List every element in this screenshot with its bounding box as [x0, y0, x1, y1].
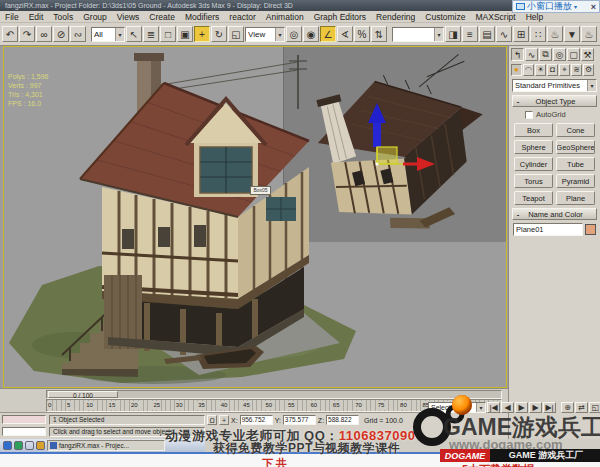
shapes-category-icon[interactable]: ◠: [523, 64, 534, 76]
schematic-view-icon[interactable]: ⊞: [513, 26, 529, 42]
named-selection-sets-dropdown[interactable]: ▾: [392, 27, 444, 42]
y-coordinate-field[interactable]: 375.577: [283, 415, 316, 425]
undo-icon[interactable]: ↶: [2, 26, 18, 42]
chevron-down-icon[interactable]: ▾: [476, 403, 485, 412]
x-coordinate-field[interactable]: 956.752: [240, 415, 273, 425]
spinner-snap-icon[interactable]: ⇅: [371, 26, 387, 42]
quick-launch-icon[interactable]: [3, 441, 12, 450]
curve-editor-icon[interactable]: ∿: [496, 26, 512, 42]
chevron-down-icon[interactable]: ▾: [574, 3, 577, 10]
go-to-end-button[interactable]: ▶|: [543, 402, 556, 413]
material-editor-icon[interactable]: ∷: [530, 26, 546, 42]
selection-lock-icon[interactable]: Ω: [207, 415, 217, 425]
primitive-type-dropdown[interactable]: Standard Primitives ▾: [512, 79, 597, 92]
select-move-icon[interactable]: +: [194, 26, 210, 42]
close-icon[interactable]: ×: [591, 2, 596, 12]
select-object-icon[interactable]: ↖: [126, 26, 142, 42]
window-crossing-icon[interactable]: ▣: [177, 26, 193, 42]
geometry-category-icon[interactable]: ●: [511, 64, 522, 76]
motion-tab-icon[interactable]: ◎: [553, 48, 566, 61]
object-type-button[interactable]: Tube: [556, 157, 595, 171]
percent-snap-icon[interactable]: %: [354, 26, 370, 42]
render-scene-icon[interactable]: ♨: [547, 26, 563, 42]
menu-item[interactable]: Animation: [261, 11, 309, 23]
select-manipulate-icon[interactable]: ◉: [303, 26, 319, 42]
maximize-viewport-toggle-icon[interactable]: ◱: [589, 402, 600, 413]
render-type-icon[interactable]: ▼: [564, 26, 580, 42]
menu-item[interactable]: File: [0, 11, 24, 23]
use-pivot-icon[interactable]: ◎: [286, 26, 302, 42]
select-rotate-icon[interactable]: ↻: [211, 26, 227, 42]
menu-item[interactable]: Modifiers: [180, 11, 224, 23]
menu-item[interactable]: Create: [144, 11, 180, 23]
mini-player-bar[interactable]: 小窗口播放 ▾ ×: [512, 0, 600, 13]
webpage-text[interactable]: 下 共: [262, 456, 287, 467]
layer-manager-icon[interactable]: ▤: [479, 26, 495, 42]
taskbar-task-button[interactable]: fangziRX.max - Projec...: [47, 440, 165, 451]
object-type-button[interactable]: Plane: [556, 191, 595, 205]
lights-category-icon[interactable]: ☀: [535, 64, 546, 76]
mirror-icon[interactable]: ◨: [445, 26, 461, 42]
spacewarps-category-icon[interactable]: ≋: [571, 64, 582, 76]
menu-item[interactable]: Customize: [420, 11, 470, 23]
quick-launch-icon[interactable]: [14, 441, 23, 450]
quick-launch-icon[interactable]: [25, 441, 34, 450]
quick-render-icon[interactable]: ♨: [581, 26, 597, 42]
object-type-button[interactable]: Pyramid: [556, 174, 595, 188]
secondary-viewport[interactable]: [283, 47, 506, 242]
chevron-down-icon[interactable]: ▾: [434, 28, 443, 41]
name-and-color-rollout[interactable]: - Name and Color: [512, 208, 597, 220]
menu-item[interactable]: Edit: [24, 11, 49, 23]
menu-item[interactable]: Rendering: [371, 11, 420, 23]
create-tab-icon[interactable]: ↰: [511, 48, 524, 61]
menu-item[interactable]: Views: [112, 11, 145, 23]
maxscript-mini-listener-white[interactable]: [2, 427, 46, 436]
systems-category-icon[interactable]: ⚙: [583, 64, 594, 76]
autogrid-checkbox[interactable]: [525, 111, 533, 119]
zoom-time-icon[interactable]: ⊕: [561, 402, 574, 413]
object-type-button[interactable]: Torus: [514, 174, 553, 188]
align-icon[interactable]: ≡: [462, 26, 478, 42]
bind-spacewarp-icon[interactable]: ∾: [70, 26, 86, 42]
unlink-icon[interactable]: ⊘: [53, 26, 69, 42]
menu-item[interactable]: Graph Editors: [309, 11, 371, 23]
object-type-button[interactable]: Cylinder: [514, 157, 553, 171]
helpers-category-icon[interactable]: ⌖: [559, 64, 570, 76]
pan-time-icon[interactable]: ⇄: [575, 402, 588, 413]
selection-filter-dropdown[interactable]: All ▾: [91, 27, 125, 42]
select-scale-icon[interactable]: ◱: [228, 26, 244, 42]
redo-icon[interactable]: ↷: [19, 26, 35, 42]
angle-snap-icon[interactable]: ∢: [337, 26, 353, 42]
previous-frame-button[interactable]: ◀: [501, 402, 514, 413]
reference-coordinate-dropdown[interactable]: View ▾: [245, 27, 285, 42]
object-type-button[interactable]: Sphere: [514, 140, 553, 154]
chevron-down-icon[interactable]: ▾: [115, 28, 124, 41]
object-type-button[interactable]: Teapot: [514, 191, 553, 205]
maxscript-mini-listener-pink[interactable]: [2, 415, 46, 424]
webpage-text[interactable]: 5大下载类数据: [462, 462, 534, 467]
object-type-button[interactable]: Box: [514, 123, 553, 137]
display-tab-icon[interactable]: ▢: [567, 48, 580, 61]
chevron-down-icon[interactable]: ▾: [587, 80, 596, 91]
object-name-field[interactable]: Plane01: [513, 223, 583, 236]
select-by-name-icon[interactable]: ≣: [143, 26, 159, 42]
quick-launch-icon[interactable]: [36, 441, 45, 450]
chevron-down-icon[interactable]: ▾: [275, 28, 284, 41]
select-link-icon[interactable]: ∞: [36, 26, 52, 42]
play-button[interactable]: ▶: [515, 402, 528, 413]
cameras-category-icon[interactable]: ◘: [547, 64, 558, 76]
utilities-tab-icon[interactable]: ⚒: [581, 48, 594, 61]
object-type-rollout[interactable]: - Object Type: [512, 95, 597, 107]
object-color-swatch[interactable]: [585, 224, 596, 235]
object-type-button[interactable]: GeoSphere: [556, 140, 595, 154]
time-slider-handle[interactable]: 0 / 100: [48, 391, 118, 398]
region-rect-icon[interactable]: □: [160, 26, 176, 42]
next-frame-button[interactable]: ▶: [529, 402, 542, 413]
perspective-viewport[interactable]: Polys : 1,596Verts : 997Tris : 4,301FPS …: [3, 46, 507, 388]
menu-item[interactable]: reactor: [224, 11, 260, 23]
absolute-mode-icon[interactable]: +: [219, 415, 229, 425]
go-to-start-button[interactable]: |◀: [487, 402, 500, 413]
snap-toggle-icon[interactable]: ∠: [320, 26, 336, 42]
object-type-button[interactable]: Cone: [556, 123, 595, 137]
menu-item[interactable]: Tools: [48, 11, 78, 23]
